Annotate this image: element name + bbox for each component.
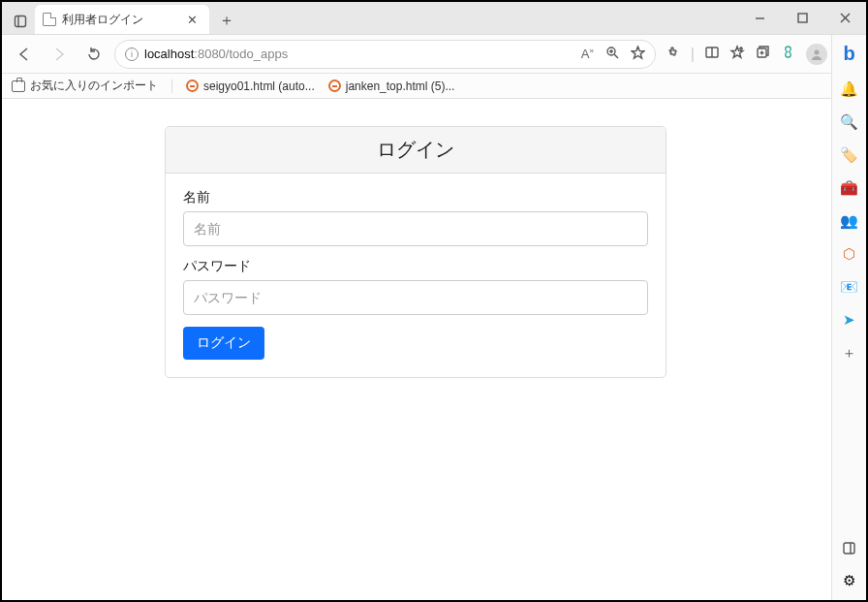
bookmark-favicon	[186, 79, 199, 92]
favorites-icon[interactable]	[729, 45, 745, 64]
import-favorites[interactable]: お気に入りのインポート	[12, 78, 158, 94]
login-button[interactable]: ログイン	[183, 327, 264, 360]
read-aloud-icon[interactable]: A»	[581, 47, 594, 61]
url-text: localhost:8080/todo_apps	[144, 47, 575, 61]
address-bar-actions: A»	[581, 46, 645, 63]
sidebar-outlook-icon[interactable]: 📧	[840, 277, 859, 297]
sidebar-settings-icon[interactable]: ⚙	[840, 571, 859, 590]
card-header: ログイン	[166, 127, 666, 174]
bookmark-favicon	[328, 79, 341, 92]
browser-tab[interactable]: 利用者ログイン ✕	[35, 5, 209, 34]
minimize-button[interactable]	[738, 2, 781, 34]
svg-rect-0	[16, 16, 26, 27]
sidebar-toggle-icon[interactable]	[840, 538, 859, 557]
bookmark-separator	[171, 79, 172, 93]
back-button[interactable]	[10, 40, 39, 69]
refresh-button[interactable]	[79, 40, 108, 69]
import-icon	[12, 80, 25, 92]
sidebar-shopping-icon[interactable]: 🏷️	[840, 145, 859, 165]
titlebar: 利用者ログイン ✕ ＋	[2, 2, 866, 35]
page-icon	[43, 13, 56, 26]
svg-rect-3	[798, 14, 807, 22]
tab-actions-icon[interactable]	[8, 9, 33, 34]
toolbar-right: | ⋯	[662, 44, 858, 65]
bookmark-label: janken_top.html (5)...	[346, 79, 455, 93]
address-bar[interactable]: i localhost:8080/todo_apps A»	[114, 40, 656, 69]
name-input[interactable]	[183, 211, 648, 246]
tab-title: 利用者ログイン	[62, 12, 177, 28]
page-content: ログイン 名前 パスワード ログイン	[2, 99, 829, 600]
url-host: localhost	[144, 47, 194, 61]
maximize-button[interactable]	[781, 2, 823, 34]
sidebar-add-icon[interactable]: ＋	[840, 343, 859, 363]
sidebar-games-icon[interactable]: 👥	[840, 211, 859, 231]
import-favorites-label: お気に入りのインポート	[30, 78, 158, 94]
name-label: 名前	[183, 189, 648, 206]
window-controls	[738, 2, 866, 34]
sidebar-drop-icon[interactable]: ➤	[840, 310, 859, 330]
bookmark-item-1[interactable]: seigyo01.html (auto...	[186, 79, 315, 93]
card-body: 名前 パスワード ログイン	[166, 174, 666, 377]
password-label: パスワード	[183, 258, 648, 275]
password-group: パスワード	[183, 258, 648, 315]
sidebar-bell-icon[interactable]: 🔔	[840, 79, 859, 99]
bookmarks-bar: お気に入りのインポート seigyo01.html (auto... janke…	[2, 74, 866, 99]
close-tab-button[interactable]: ✕	[183, 13, 202, 27]
svg-point-17	[815, 49, 820, 54]
new-tab-button[interactable]: ＋	[213, 7, 240, 34]
bookmark-label: seigyo01.html (auto...	[203, 79, 315, 93]
zoom-icon[interactable]	[605, 46, 619, 62]
login-card: ログイン 名前 パスワード ログイン	[165, 126, 666, 378]
sidebar-tools-icon[interactable]: 🧰	[840, 178, 859, 198]
bing-chat-icon[interactable]: b	[837, 41, 862, 66]
forward-button[interactable]	[45, 40, 74, 69]
split-screen-icon[interactable]	[704, 45, 720, 64]
profile-avatar[interactable]	[806, 44, 827, 65]
tab-strip: 利用者ログイン ✕ ＋	[2, 2, 240, 34]
edge-sidebar: b 🔔 🔍 🏷️ 🧰 👥 ⬡ 📧 ➤ ＋ ⚙	[831, 35, 866, 600]
sidebar-search-icon[interactable]: 🔍	[840, 112, 859, 132]
url-path: :8080/todo_apps	[194, 47, 288, 61]
close-window-button[interactable]	[823, 2, 866, 34]
svg-line-7	[614, 54, 618, 58]
svg-rect-18	[844, 543, 854, 554]
sidebar-office-icon[interactable]: ⬡	[840, 244, 859, 264]
name-group: 名前	[183, 189, 648, 246]
favorite-icon[interactable]	[631, 46, 645, 63]
password-input[interactable]	[183, 280, 648, 315]
extensions-icon[interactable]	[666, 45, 681, 64]
site-info-icon[interactable]: i	[125, 48, 139, 61]
browser-essentials-icon[interactable]	[780, 44, 796, 64]
collections-icon[interactable]	[755, 45, 770, 64]
bookmark-item-2[interactable]: janken_top.html (5)...	[328, 79, 455, 93]
toolbar: i localhost:8080/todo_apps A» | ⋯	[2, 35, 866, 74]
